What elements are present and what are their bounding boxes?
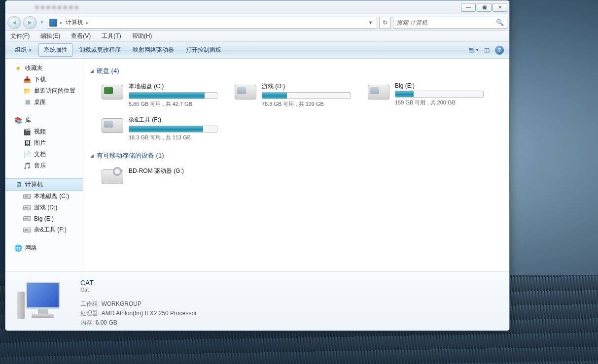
menu-edit[interactable]: 编辑(E): [38, 31, 62, 41]
sidebar-drive-c[interactable]: 本地磁盘 (C:): [5, 191, 83, 202]
sidebar-computer[interactable]: 🖥计算机: [5, 178, 83, 191]
drive-name: 杂&工具 (F:): [129, 116, 220, 124]
address-bar[interactable]: ▸ 计算机 ▸ ▼: [47, 17, 377, 29]
maximize-button[interactable]: ▣: [477, 3, 492, 12]
chevron-down-icon: ▼: [28, 48, 32, 53]
capacity-bar: [395, 91, 484, 98]
computer-icon: 🖥: [14, 181, 22, 189]
menu-help[interactable]: 帮助(H): [130, 31, 154, 41]
open-control-panel-button[interactable]: 打开控制面板: [180, 43, 227, 57]
drive-name: 本地磁盘 (C:): [129, 82, 220, 91]
titlebar[interactable]: ■ ■ ■ ■ ■ ■ ■ ■ — ▣ ✕: [5, 0, 509, 14]
explorer-window: ■ ■ ■ ■ ■ ■ ■ ■ — ▣ ✕ ◄ ► ▼ ▸ 计算机 ▸ ▼ ↻ …: [5, 0, 510, 331]
drive-icon: [23, 193, 31, 200]
view-options-button[interactable]: ▤▼: [468, 44, 480, 56]
sidebar-documents[interactable]: 📄文档: [5, 149, 83, 160]
sidebar-videos[interactable]: 🎬视频: [5, 126, 83, 137]
sidebar-recent[interactable]: 📁最近访问的位置: [5, 85, 83, 97]
breadcrumb-sep-icon: ▸: [86, 20, 89, 25]
help-icon: ?: [495, 46, 504, 55]
nav-back-button[interactable]: ◄: [7, 16, 21, 29]
drive-e[interactable]: Big (E:) 159 GB 可用 , 共 200 GB: [365, 80, 489, 110]
drive-stat: 78.8 GB 可用 , 共 109 GB: [262, 100, 353, 108]
drive-icon: [101, 116, 124, 135]
sidebar-drive-f[interactable]: 杂&工具 (F:): [5, 224, 83, 235]
sidebar-favorites[interactable]: ★收藏夹: [5, 63, 83, 74]
map-network-drive-button[interactable]: 映射网络驱动器: [127, 43, 179, 57]
drive-icon: [234, 82, 257, 102]
drive-stat: 18.3 GB 可用 , 共 113 GB: [129, 134, 220, 141]
uninstall-programs-button[interactable]: 卸载或更改程序: [74, 43, 126, 57]
download-icon: 📥: [23, 76, 31, 84]
sidebar-network[interactable]: 🌐网络: [5, 242, 83, 254]
sidebar-music[interactable]: 🎵音乐: [5, 160, 83, 171]
details-cpu: 处理器: AMD Athlon(tm) II X2 250 Processor: [80, 309, 501, 318]
details-icon: [13, 277, 72, 326]
details-title: CAT: [80, 279, 501, 287]
navigation-pane[interactable]: ★收藏夹 📥下载 📁最近访问的位置 🖥桌面 📚库 🎬视频 🖼图片 📄文档 🎵音乐…: [5, 59, 83, 271]
drive-icon: [23, 204, 31, 212]
drive-bdrom[interactable]: BD-ROM 驱动器 (G:): [99, 165, 222, 189]
drive-stat: 159 GB 可用 , 共 200 GB: [395, 99, 487, 106]
chevron-down-icon: ◢: [90, 153, 94, 158]
menu-bar: 文件(F) 编辑(E) 查看(V) 工具(T) 帮助(H): [5, 31, 509, 42]
help-button[interactable]: ?: [493, 44, 505, 56]
drive-stat: 5.86 GB 可用 , 共 42.7 GB: [129, 100, 220, 108]
details-pane: CAT Cat 工作组: WORKGROUP 处理器: AMD Athlon(t…: [5, 271, 509, 331]
content-pane[interactable]: ◢硬盘 (4) 本地磁盘 (C:) 5.86 GB 可用 , 共 42.7 GB…: [83, 59, 509, 271]
menu-file[interactable]: 文件(F): [8, 31, 32, 41]
close-button[interactable]: ✕: [492, 3, 507, 12]
nav-history-dropdown[interactable]: ▼: [39, 16, 45, 29]
drive-name: BD-ROM 驱动器 (G:): [129, 167, 220, 175]
drive-d[interactable]: 游戏 (D:) 78.8 GB 可用 , 共 109 GB: [232, 80, 355, 110]
sidebar-pictures[interactable]: 🖼图片: [5, 137, 83, 149]
details-info: CAT Cat 工作组: WORKGROUP 处理器: AMD Athlon(t…: [80, 277, 501, 326]
breadcrumb-sep-icon: ▸: [60, 20, 63, 25]
organize-button[interactable]: 组织▼: [9, 43, 37, 57]
titlebar-caption: ■ ■ ■ ■ ■ ■ ■ ■: [5, 3, 460, 11]
group-hard-drives[interactable]: ◢硬盘 (4): [90, 66, 502, 75]
system-properties-button[interactable]: 系统属性: [38, 43, 73, 57]
drive-icon: [23, 226, 31, 234]
drive-f[interactable]: 杂&工具 (F:) 18.3 GB 可用 , 共 113 GB: [99, 114, 222, 143]
search-icon[interactable]: 🔍: [496, 19, 504, 26]
capacity-bar: [129, 92, 217, 99]
search-input[interactable]: [396, 19, 494, 26]
desktop-icon: 🖥: [23, 99, 31, 106]
music-icon: 🎵: [23, 162, 31, 170]
recent-icon: 📁: [23, 87, 31, 95]
drive-icon: [23, 215, 31, 223]
menu-tools[interactable]: 工具(T): [100, 31, 123, 41]
sidebar-drive-e[interactable]: Big (E:): [5, 213, 83, 224]
minimize-button[interactable]: —: [461, 3, 476, 12]
details-workgroup: 工作组: WORKGROUP: [80, 299, 501, 309]
details-subtitle: Cat: [80, 287, 501, 293]
refresh-button[interactable]: ↻: [379, 17, 391, 29]
sidebar-libraries[interactable]: 📚库: [5, 115, 83, 126]
search-box[interactable]: 🔍: [393, 17, 507, 29]
document-icon: 📄: [23, 151, 31, 159]
nav-forward-button[interactable]: ►: [23, 16, 37, 29]
sidebar-desktop[interactable]: 🖥桌面: [5, 97, 83, 108]
network-icon: 🌐: [14, 244, 22, 252]
capacity-bar: [262, 92, 351, 99]
drive-c[interactable]: 本地磁盘 (C:) 5.86 GB 可用 , 共 42.7 GB: [99, 80, 222, 110]
preview-pane-button[interactable]: ◫: [481, 44, 492, 56]
body-area: ★收藏夹 📥下载 📁最近访问的位置 🖥桌面 📚库 🎬视频 🖼图片 📄文档 🎵音乐…: [5, 59, 509, 271]
drive-icon: [101, 82, 124, 102]
command-bar: 组织▼ 系统属性 卸载或更改程序 映射网络驱动器 打开控制面板 ▤▼ ◫ ?: [5, 42, 509, 59]
sidebar-downloads[interactable]: 📥下载: [5, 74, 83, 85]
chevron-down-icon: ◢: [90, 68, 94, 73]
menu-view[interactable]: 查看(V): [69, 31, 93, 41]
group-removable[interactable]: ◢有可移动存储的设备 (1): [90, 151, 502, 160]
computer-large-icon: [21, 282, 65, 321]
address-dropdown-icon[interactable]: ▼: [366, 20, 375, 25]
details-ram: 内存: 6.00 GB: [80, 318, 501, 328]
breadcrumb-location[interactable]: 计算机: [66, 18, 83, 27]
navigation-bar: ◄ ► ▼ ▸ 计算机 ▸ ▼ ↻ 🔍: [5, 14, 509, 31]
removable-grid: BD-ROM 驱动器 (G:): [99, 165, 502, 189]
drive-grid: 本地磁盘 (C:) 5.86 GB 可用 , 共 42.7 GB 游戏 (D:)…: [99, 80, 502, 143]
sidebar-drive-d[interactable]: 游戏 (D:): [5, 202, 83, 213]
capacity-bar: [129, 126, 217, 132]
computer-icon: [49, 19, 57, 27]
